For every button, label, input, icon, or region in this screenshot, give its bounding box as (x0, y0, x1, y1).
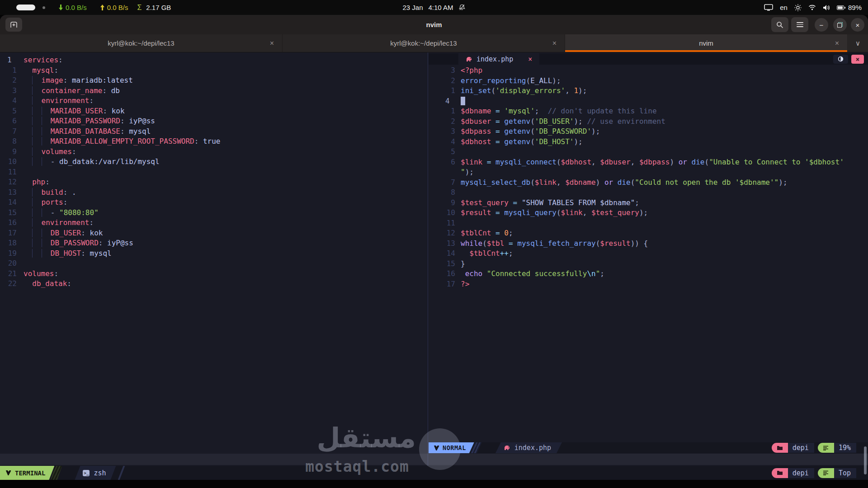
terminal-scrollbar[interactable] (864, 446, 867, 474)
code-line: 12$tblCnt = 0; (429, 228, 868, 239)
code-line: 8 (429, 188, 868, 198)
code-line: 1ini_set('display_errors', 1); (429, 86, 868, 96)
statusline-file-label: index.php (514, 444, 551, 452)
tmux-window-zsh[interactable]: >_ zsh (75, 466, 116, 480)
code-line: 7mysqli_select_db($link, $dbname) or die… (429, 178, 868, 188)
vim-icon (434, 445, 439, 451)
code-line: 9$test_query = "SHOW TABLES FROM $dbname… (429, 198, 868, 208)
php-file-icon (504, 445, 510, 451)
system-top-bar: 0.0 B/s 0.0 B/s Σ 2.17 GB 23 Jan 4:10 AM (0, 0, 868, 15)
code-line: 18 DB_PASSWORD: iyP@ss (0, 238, 428, 249)
window-titlebar[interactable]: nvim − × (0, 15, 868, 34)
workspace-pill-indicator[interactable] (16, 5, 35, 10)
wifi-icon (808, 5, 816, 10)
code-line: 4 environment: (0, 96, 428, 106)
vim-icon (5, 470, 11, 476)
code-line: 2 image: mariadb:latest (0, 75, 428, 86)
tab-shell-1[interactable]: kyrl@kok:~/depi/lec13 × (0, 34, 283, 52)
lines-icon-block (818, 468, 834, 478)
code-line: 5 MARIADB_USER: kok (0, 106, 428, 117)
screen-share-icon (764, 4, 773, 11)
code-line: 11 (429, 218, 868, 229)
menu-button[interactable] (791, 17, 808, 32)
download-arrow-icon (59, 5, 63, 10)
code-line: 15 - "8080:80" (0, 208, 428, 218)
mode-indicator: NORMAL (429, 442, 474, 453)
search-icon (776, 21, 783, 28)
search-button[interactable] (771, 17, 788, 32)
date-label: 23 Jan (402, 4, 423, 11)
code-line: 19 DB_HOST: mysql (0, 249, 428, 259)
pane-close-button[interactable]: × (851, 55, 864, 64)
tab-close-icon[interactable]: × (270, 39, 274, 47)
tab-shell-2[interactable]: kyrl@kok:~/depi/lec13 × (283, 34, 565, 52)
tab-close-icon[interactable]: × (835, 39, 839, 47)
scroll-percent-label: 19% (834, 443, 856, 453)
tab-label: nvim (699, 39, 713, 47)
tmux-mode-label: TERMINAL (15, 469, 45, 477)
network-upload: 0.0 B/s (100, 4, 128, 11)
maximize-button[interactable] (833, 18, 847, 32)
tmux-mode-indicator: TERMINAL (0, 466, 54, 480)
tab-label: kyrl@kok:~/depi/lec13 (390, 39, 457, 47)
code-line: 6 MARIADB_PASSWORD: iyP@ss (0, 116, 428, 127)
upload-arrow-icon (100, 5, 104, 10)
list-lines-icon (823, 446, 829, 450)
code-line: 8 MARIADB_ALLOW_EMPTY_ROOT_PASSWORD: tru… (0, 136, 428, 147)
folder-icon (777, 470, 783, 475)
minimize-button[interactable]: − (815, 18, 828, 32)
buffer-close-icon[interactable]: × (528, 55, 532, 63)
code-line: 4$dbhost = getenv('DB_HOST'); (429, 137, 868, 147)
network-download: 0.0 B/s (59, 4, 87, 11)
terminal-content: 1services:1 mysql:2 image: mariadb:lates… (0, 52, 868, 480)
clock-cluster[interactable]: 23 Jan 4:10 AM (402, 0, 465, 15)
code-line: 12 php: (0, 177, 428, 188)
code-line: 4 (429, 96, 868, 107)
code-line: 13 build: . (0, 188, 428, 198)
nvim-bufferline: index.php × × (429, 53, 868, 65)
desktop: 0.0 B/s 0.0 B/s Σ 2.17 GB 23 Jan 4:10 AM (0, 0, 868, 488)
tab-nvim-active[interactable]: nvim × (565, 34, 848, 52)
tab-label: kyrl@kok:~/depi/lec13 (108, 39, 174, 47)
right-pane-nvim-php[interactable]: 3<?php2error_reporting(E_ALL);1ini_set('… (429, 66, 868, 289)
tab-close-icon[interactable]: × (552, 39, 557, 47)
pane-split-line[interactable] (428, 52, 428, 466)
code-line: 1 mysql: (0, 66, 428, 76)
code-line: 22 db_datak: (0, 279, 428, 289)
code-line: 3 container_name: db (0, 86, 428, 96)
buffer-tab-index-php[interactable]: index.php × (458, 53, 539, 65)
folder-icon (777, 446, 783, 450)
code-line: 14 $tblCnt++; (429, 249, 868, 259)
workspace-dot-indicator[interactable] (42, 6, 45, 9)
lines-icon-block (818, 443, 834, 453)
code-line: 10 - db_datak:/var/lib/mysql (0, 157, 428, 167)
code-line: 20 (0, 258, 428, 269)
folder-icon-block (772, 443, 788, 453)
nvim-statusline: NORMAL index.php depi (429, 442, 868, 453)
code-line: 2$dbuser = getenv('DB_USER'); // use env… (429, 117, 868, 127)
memory-usage: 2.17 GB (146, 4, 171, 11)
watermark-arabic-text: مستقل (298, 423, 416, 453)
upload-speed: 0.0 B/s (107, 4, 128, 11)
sigma-icon: Σ (137, 4, 142, 12)
download-speed: 0.0 B/s (66, 4, 87, 11)
code-line: 3<?php (429, 66, 868, 76)
code-line: 1services: (0, 55, 428, 66)
left-pane-compose-yaml[interactable]: 1services:1 mysql:2 image: mariadb:lates… (0, 55, 428, 289)
system-status-cluster[interactable]: en 89% (764, 0, 862, 15)
close-window-button[interactable]: × (851, 18, 864, 32)
code-line: 15} (429, 259, 868, 269)
volume-icon (823, 5, 830, 11)
statusline-filename: index.php (495, 442, 562, 453)
buffer-name: index.php (476, 55, 513, 63)
topbar-left-cluster[interactable]: 0.0 B/s 0.0 B/s Σ 2.17 GB (16, 0, 171, 15)
tab-list-chevron[interactable]: ∨ (848, 34, 868, 52)
code-line: 2error_reporting(E_ALL); (429, 76, 868, 86)
statusline-right-cluster: depi 19% (772, 443, 856, 453)
window-title: nvim (0, 15, 868, 34)
code-line: 6$link = mysqli_connect($dbhost, $dbuser… (429, 157, 868, 168)
tmux-window-label: zsh (94, 469, 106, 477)
half-circle-toggle-icon (838, 56, 844, 62)
tmux-right-label: Top (834, 468, 856, 478)
theme-toggle-button[interactable] (833, 55, 848, 64)
